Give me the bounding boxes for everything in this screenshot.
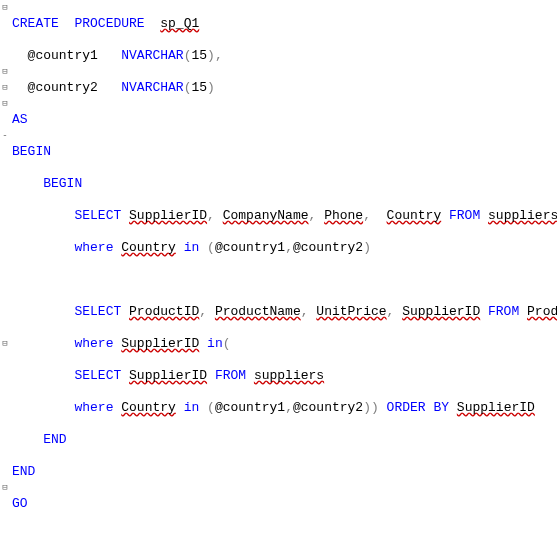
code-line[interactable]: SELECT ProductID, ProductName, UnitPrice…	[12, 304, 557, 320]
paren: (	[207, 240, 215, 255]
code-line[interactable]: where Country in (@country1,@country2)) …	[12, 400, 557, 416]
column: Country	[121, 400, 176, 415]
comma: ,	[301, 304, 309, 319]
fold-toggle[interactable]	[0, 16, 10, 32]
column: SupplierID	[129, 368, 207, 383]
type: NVARCHAR	[121, 48, 183, 63]
fold-toggle[interactable]: ⊟	[0, 480, 10, 496]
keyword: FROM	[449, 208, 480, 223]
comma: ,	[285, 400, 293, 415]
keyword: FROM	[488, 304, 519, 319]
fold-toggle[interactable]	[0, 496, 10, 512]
code-line[interactable]: AS	[12, 112, 557, 128]
table: suppliers	[254, 368, 324, 383]
fold-toggle[interactable]	[0, 256, 10, 272]
fold-toggle[interactable]	[0, 528, 10, 544]
column: CompanyName	[223, 208, 309, 223]
code-line[interactable]: CREATE PROCEDURE sp_Q1	[12, 16, 557, 32]
fold-toggle[interactable]	[0, 368, 10, 384]
table: Products	[527, 304, 557, 319]
fold-toggle[interactable]	[0, 272, 10, 288]
fold-toggle[interactable]	[0, 192, 10, 208]
keyword: FROM	[215, 368, 246, 383]
keyword: AS	[12, 112, 28, 127]
column: Country	[387, 208, 442, 223]
fold-toggle[interactable]	[0, 464, 10, 480]
keyword: END	[43, 432, 66, 447]
fold-toggle[interactable]	[0, 400, 10, 416]
fold-toggle[interactable]	[0, 32, 10, 48]
fold-toggle[interactable]	[0, 240, 10, 256]
number: 15	[191, 48, 207, 63]
keyword: SELECT	[74, 208, 121, 223]
comma: ,	[199, 304, 207, 319]
column: SupplierID	[457, 400, 535, 415]
keyword: GO	[12, 496, 28, 511]
paren: )	[207, 80, 215, 95]
fold-toggle[interactable]	[0, 144, 10, 160]
code-line[interactable]: BEGIN	[12, 176, 557, 192]
fold-toggle[interactable]: ⊟	[0, 80, 10, 96]
fold-toggle[interactable]	[0, 304, 10, 320]
code-line[interactable]: @country1 NVARCHAR(15),	[12, 48, 557, 64]
code-editor[interactable]: ⊟ ⊟ ⊟ ⊟ - ⊟ ⊟ CREATE PROCEDURE s	[0, 0, 557, 555]
column: UnitPrice	[316, 304, 386, 319]
fold-toggle[interactable]: -	[0, 128, 10, 144]
variable: @country2	[293, 400, 363, 415]
type: NVARCHAR	[121, 80, 183, 95]
column: SupplierID	[121, 336, 199, 351]
keyword: SELECT	[74, 304, 121, 319]
fold-toggle[interactable]	[0, 288, 10, 304]
code-line[interactable]: where Country in (@country1,@country2)	[12, 240, 557, 256]
keyword: BEGIN	[12, 144, 51, 159]
fold-toggle[interactable]	[0, 352, 10, 368]
variable: @country1	[215, 400, 285, 415]
keyword: where	[74, 400, 113, 415]
fold-toggle[interactable]	[0, 384, 10, 400]
number: 15	[191, 80, 207, 95]
column: Country	[121, 240, 176, 255]
code-area[interactable]: CREATE PROCEDURE sp_Q1 @country1 NVARCHA…	[10, 0, 557, 555]
fold-toggle[interactable]: ⊟	[0, 96, 10, 112]
code-line[interactable]: END	[12, 432, 557, 448]
column: SupplierID	[402, 304, 480, 319]
fold-toggle[interactable]: ⊟	[0, 0, 10, 16]
code-line[interactable]	[12, 272, 557, 288]
keyword: END	[12, 464, 35, 479]
column: ProductName	[215, 304, 301, 319]
paren: ),	[207, 48, 223, 63]
fold-toggle[interactable]	[0, 160, 10, 176]
fold-toggle[interactable]	[0, 48, 10, 64]
paren: (	[207, 400, 215, 415]
comma: ,	[387, 304, 395, 319]
fold-toggle[interactable]: ⊟	[0, 64, 10, 80]
column: Phone	[324, 208, 363, 223]
fold-toggle[interactable]: ⊟	[0, 336, 10, 352]
code-line[interactable]: @country2 NVARCHAR(15)	[12, 80, 557, 96]
code-line[interactable]: BEGIN	[12, 144, 557, 160]
code-line[interactable]: END	[12, 464, 557, 480]
code-line[interactable]	[12, 528, 557, 544]
identifier: sp_Q1	[160, 16, 199, 31]
fold-toggle[interactable]	[0, 208, 10, 224]
fold-toggle[interactable]	[0, 176, 10, 192]
fold-toggle[interactable]	[0, 320, 10, 336]
code-line[interactable]: SELECT SupplierID, CompanyName, Phone, C…	[12, 208, 557, 224]
fold-toggle[interactable]	[0, 224, 10, 240]
paren: ))	[363, 400, 379, 415]
comma: ,	[363, 208, 371, 223]
comma: ,	[285, 240, 293, 255]
fold-toggle[interactable]	[0, 416, 10, 432]
keyword: PROCEDURE	[74, 16, 144, 31]
fold-toggle[interactable]	[0, 432, 10, 448]
fold-toggle[interactable]	[0, 448, 10, 464]
code-line[interactable]: where SupplierID in(	[12, 336, 557, 352]
code-line[interactable]: GO	[12, 496, 557, 512]
variable: @country1	[28, 48, 98, 63]
keyword: where	[74, 336, 113, 351]
comma: ,	[207, 208, 215, 223]
fold-toggle[interactable]	[0, 512, 10, 528]
code-line[interactable]: SELECT SupplierID FROM suppliers	[12, 368, 557, 384]
fold-toggle[interactable]	[0, 112, 10, 128]
variable: @country2	[28, 80, 98, 95]
